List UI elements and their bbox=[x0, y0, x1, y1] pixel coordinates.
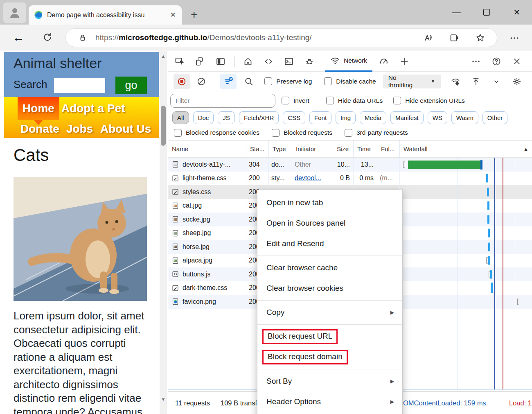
lock-icon[interactable] bbox=[78, 33, 87, 42]
type-filter-js[interactable]: JS bbox=[218, 111, 235, 124]
refresh-button[interactable] bbox=[42, 32, 53, 43]
type-filter-img[interactable]: Img bbox=[336, 111, 356, 124]
menu-item-block-request-url[interactable]: Block request URL bbox=[257, 326, 402, 347]
hide-extension-urls-checkbox[interactable]: Hide extension URLs bbox=[393, 97, 465, 104]
nav-item-home[interactable]: Home bbox=[18, 97, 59, 120]
checkbox-icon[interactable] bbox=[345, 129, 352, 137]
search-go-button[interactable]: go bbox=[115, 77, 147, 94]
search-icon[interactable] bbox=[244, 77, 254, 86]
toolbar-divider bbox=[234, 56, 235, 67]
record-stop-button[interactable] bbox=[174, 74, 190, 89]
back-button[interactable]: ← bbox=[12, 30, 25, 44]
settings-gear-icon[interactable] bbox=[512, 77, 522, 86]
type-filter-all[interactable]: All bbox=[172, 111, 189, 124]
checkbox-icon[interactable] bbox=[326, 97, 334, 104]
scrollbar-thumb[interactable] bbox=[161, 106, 166, 146]
expand-toolbar-icon[interactable] bbox=[491, 77, 501, 86]
home-panel-icon[interactable] bbox=[243, 57, 253, 66]
request-filter-3rd-party-requests[interactable]: 3rd-party requests bbox=[345, 129, 408, 137]
minimize-button[interactable]: — bbox=[447, 0, 466, 25]
reader-icon[interactable] bbox=[449, 33, 460, 43]
type-filter-css[interactable]: CSS bbox=[283, 111, 305, 124]
column-header-size[interactable]: Size bbox=[333, 140, 353, 157]
filter-toggle-button[interactable] bbox=[220, 74, 237, 89]
performance-panel-icon[interactable] bbox=[379, 57, 389, 66]
menu-item-edit-and-resend[interactable]: Edit and Resend bbox=[257, 233, 402, 254]
menu-item-block-request-domain[interactable]: Block request domain bbox=[257, 347, 402, 367]
close-window-button[interactable]: ✕ bbox=[507, 0, 526, 25]
clear-network-log-icon[interactable] bbox=[196, 77, 206, 86]
menu-item-copy[interactable]: Copy▶ bbox=[257, 302, 402, 323]
device-emulation-icon[interactable] bbox=[195, 57, 205, 66]
favorites-star-icon[interactable] bbox=[475, 33, 485, 43]
column-header-name[interactable]: Name bbox=[168, 140, 246, 157]
column-header-status[interactable]: Sta... bbox=[246, 140, 268, 157]
menu-item-open-in-new-tab[interactable]: Open in new tab bbox=[257, 192, 402, 213]
close-tab-icon[interactable]: ✕ bbox=[169, 11, 177, 19]
column-header-time[interactable]: Time bbox=[353, 140, 377, 157]
checkbox-icon[interactable] bbox=[174, 129, 182, 137]
column-header-waterfall[interactable]: Waterfall▲ bbox=[399, 140, 532, 157]
column-header-fulfilled[interactable]: Ful... bbox=[377, 140, 399, 157]
scroll-down-icon[interactable]: ▼ bbox=[160, 397, 167, 402]
checkbox-icon[interactable] bbox=[272, 129, 280, 137]
nav-item-jobs[interactable]: Jobs bbox=[66, 122, 93, 136]
disable-cache-checkbox[interactable]: Disable cache bbox=[324, 77, 376, 85]
devtools-more-icon[interactable] bbox=[471, 57, 481, 66]
browser-settings-icon[interactable] bbox=[509, 33, 520, 43]
inspect-icon[interactable] bbox=[175, 57, 185, 66]
nav-item-about[interactable]: About Us bbox=[100, 122, 151, 136]
throttling-select[interactable]: No throttling▼ bbox=[383, 75, 441, 88]
read-aloud-icon[interactable] bbox=[424, 33, 434, 43]
nav-item-adopt[interactable]: Adopt a Pet bbox=[61, 102, 125, 115]
import-har-icon[interactable] bbox=[471, 77, 481, 86]
type-filter-doc[interactable]: Doc bbox=[193, 111, 214, 124]
elements-panel-icon[interactable] bbox=[264, 57, 273, 66]
column-header-type[interactable]: Type bbox=[268, 140, 292, 157]
type-filter-fetch-xhr[interactable]: Fetch/XHR bbox=[239, 111, 279, 124]
type-filter-wasm[interactable]: Wasm bbox=[451, 111, 478, 124]
type-filter-manifest[interactable]: Manifest bbox=[390, 111, 424, 124]
network-request-row[interactable]: light-theme.css200sty...devtool...0 B0 m… bbox=[168, 172, 532, 186]
new-tab-button[interactable]: + bbox=[191, 9, 197, 20]
address-bar[interactable]: https://microsoftedge.github.io/Demos/de… bbox=[65, 28, 497, 47]
nav-item-donate[interactable]: Donate bbox=[20, 122, 59, 136]
network-conditions-icon[interactable] bbox=[451, 77, 460, 86]
type-filter-ws[interactable]: WS bbox=[428, 111, 447, 124]
sort-ascending-icon[interactable]: ▲ bbox=[523, 146, 528, 152]
help-icon[interactable] bbox=[491, 57, 501, 66]
browser-tab[interactable]: Demo page with accessibility issu ✕ bbox=[29, 5, 182, 25]
checkbox-icon[interactable] bbox=[324, 77, 332, 85]
page-scrollbar[interactable]: ▲ ▼ bbox=[160, 51, 167, 414]
column-header-initiator[interactable]: Initiator bbox=[292, 140, 333, 157]
url-text[interactable]: https://microsoftedge.github.io/Demos/de… bbox=[95, 33, 424, 42]
debugger-panel-icon[interactable] bbox=[304, 57, 314, 66]
checkbox-icon[interactable] bbox=[282, 97, 289, 104]
menu-item-clear-browser-cache[interactable]: Clear browser cache bbox=[257, 258, 402, 278]
menu-item-header-options[interactable]: Header Options▶ bbox=[257, 391, 402, 412]
checkbox-icon[interactable] bbox=[264, 77, 272, 85]
request-filter-blocked-response-cookies[interactable]: Blocked response cookies bbox=[174, 129, 259, 137]
type-filter-font[interactable]: Font bbox=[309, 111, 331, 124]
invert-checkbox[interactable]: Invert bbox=[282, 97, 309, 104]
maximize-button[interactable] bbox=[477, 0, 496, 25]
preserve-log-checkbox[interactable]: Preserve log bbox=[264, 77, 312, 85]
menu-item-open-in-sources-panel[interactable]: Open in Sources panel bbox=[257, 213, 402, 233]
type-filter-media[interactable]: Media bbox=[360, 111, 386, 124]
add-panel-icon[interactable] bbox=[399, 57, 409, 66]
menu-item-sort-by[interactable]: Sort By▶ bbox=[257, 371, 402, 391]
request-filter-blocked-requests[interactable]: Blocked requests bbox=[272, 129, 332, 137]
dock-panel-icon[interactable] bbox=[216, 57, 225, 66]
checkbox-icon[interactable] bbox=[393, 97, 401, 104]
type-filter-other[interactable]: Other bbox=[482, 111, 508, 124]
filter-input[interactable] bbox=[170, 94, 275, 108]
search-input[interactable] bbox=[54, 78, 105, 93]
console-panel-icon[interactable] bbox=[284, 57, 294, 66]
menu-item-clear-browser-cookies[interactable]: Clear browser cookies bbox=[257, 278, 402, 299]
hide-data-urls-checkbox[interactable]: Hide data URLs bbox=[326, 97, 383, 104]
network-request-row[interactable]: devtools-a11y-...304do...Other10...13... bbox=[168, 158, 532, 172]
profile-avatar[interactable] bbox=[3, 2, 26, 23]
scroll-up-icon[interactable]: ▲ bbox=[160, 54, 167, 59]
close-devtools-icon[interactable] bbox=[512, 57, 522, 66]
tab-network[interactable]: Network bbox=[325, 51, 372, 72]
